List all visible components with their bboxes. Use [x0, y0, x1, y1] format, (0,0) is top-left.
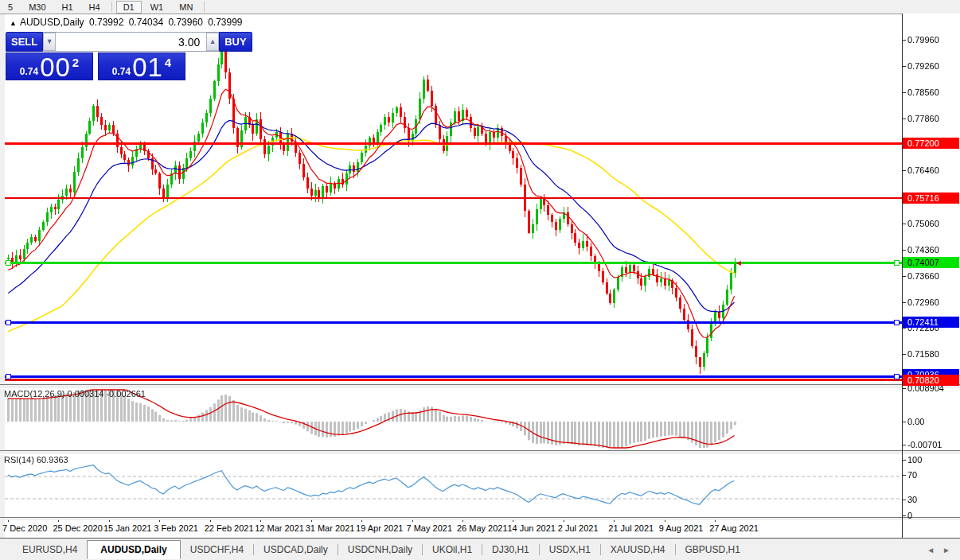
axis-tick — [902, 475, 906, 476]
axis-tick — [902, 92, 906, 93]
axis-tick — [902, 250, 906, 251]
line-handle[interactable] — [6, 374, 11, 379]
price-axis-label: 0.71580 — [907, 349, 939, 360]
date-label: 14 Jun 2021 — [507, 523, 556, 533]
price-axis-label: 0.74360 — [907, 245, 939, 255]
volume-increase-button[interactable]: ▲ — [206, 33, 219, 51]
sell-button[interactable]: SELL — [6, 32, 43, 52]
horizontal-line-0.75716[interactable] — [5, 197, 902, 199]
date-label: 26 May 2021 — [457, 523, 508, 533]
timeframe-button-d1[interactable]: D1 — [116, 1, 142, 14]
one-click-trading-panel: SELL ▼ ▲ BUY 0.74002 0.74014 — [6, 32, 185, 80]
horizontal-line-0.74007[interactable] — [5, 262, 902, 264]
pane-splitter[interactable] — [0, 384, 960, 389]
macd-name: MACD(12,26,9) — [4, 389, 64, 399]
chart-tab-usdx[interactable]: USDX,H1 — [540, 540, 600, 559]
macd-main-value: 0.000314 — [67, 389, 103, 399]
axis-tick — [902, 66, 906, 67]
rsi-indicator-pane — [5, 453, 902, 517]
price-tag-0.75716: 0.75716 — [903, 192, 959, 204]
axis-tick — [902, 445, 906, 445]
line-handle[interactable] — [894, 260, 900, 266]
pane-splitter — [0, 517, 960, 520]
timeframe-button-5[interactable]: 5 — [1, 1, 20, 14]
price-axis-label: 0.78560 — [907, 88, 939, 98]
rsi-name: RSI(14) — [4, 455, 34, 465]
line-handle[interactable] — [6, 320, 11, 325]
chart-tab-audusd[interactable]: AUDUSD,Daily — [87, 540, 180, 559]
tab-scroll-left-icon[interactable]: ◄ — [927, 546, 935, 554]
axis-tick — [902, 302, 906, 303]
rsi-label: RSI(14) 60.9363 — [4, 455, 68, 465]
timeframe-button-m30[interactable]: M30 — [21, 1, 53, 14]
date-label: 3 Feb 2021 — [154, 523, 198, 533]
line-handle[interactable] — [894, 320, 900, 325]
axis-tick — [902, 388, 906, 389]
line-handle[interactable] — [894, 374, 900, 379]
chart-tab-gbpusd[interactable]: GBPUSD,H1 — [676, 540, 750, 559]
price-axis-label: 0.72960 — [907, 298, 939, 308]
chart-tab-usdcnh[interactable]: USDCNH,Daily — [338, 540, 422, 559]
chart-tab-usdchf[interactable]: USDCHF,H4 — [181, 540, 253, 559]
macd-axis-label: -0.00701 — [907, 440, 942, 450]
pane-splitter[interactable] — [0, 450, 960, 455]
rsi-value: 60.9363 — [37, 455, 68, 465]
rsi-canvas[interactable] — [5, 453, 902, 517]
date-label: 22 Feb 2021 — [205, 523, 254, 533]
price-tag-0.74007: 0.74007 — [903, 257, 959, 268]
chart-tab-ukoil[interactable]: UKOil,H1 — [423, 540, 482, 559]
horizontal-line-0.72411[interactable] — [5, 321, 902, 324]
chart-tab-dj30[interactable]: DJ30,H1 — [482, 540, 539, 559]
symbol-name: AUDUSD,Daily — [20, 17, 84, 28]
symbol-arrow-icon: ▲ — [10, 19, 17, 27]
buy-button[interactable]: BUY — [219, 32, 252, 52]
price-axis-label: 0.76460 — [907, 165, 939, 176]
horizontal-line-0.70820[interactable] — [5, 379, 902, 381]
sell-price-display[interactable]: 0.74002 — [6, 52, 93, 80]
price-axis-label: 0.75060 — [907, 219, 939, 229]
tab-scroll-right-icon[interactable]: ► — [942, 546, 950, 554]
date-axis: 7 Dec 202025 Dec 202015 Jan 20213 Feb 20… — [5, 519, 902, 538]
timeframe-button-h4[interactable]: H4 — [82, 1, 107, 14]
date-label: 9 Aug 2021 — [659, 523, 704, 533]
chart-tab-usdcad[interactable]: USDCAD,Daily — [254, 540, 338, 559]
down-arrow-icon: ▼ — [46, 37, 53, 45]
date-label: 19 Apr 2021 — [356, 523, 403, 533]
chart-tab-xauusd[interactable]: XAUUSD,H4 — [601, 540, 675, 559]
macd-label: MACD(12,26,9) 0.000314 -0.002661 — [4, 389, 146, 399]
horizontal-line-0.70936[interactable] — [5, 375, 902, 378]
date-label: 7 Dec 2020 — [2, 523, 47, 533]
chart-tab-eurusd[interactable]: EURUSD,H4 — [13, 540, 87, 559]
price-tag-0.72411: 0.72411 — [903, 317, 959, 328]
rsi-axis-label: 30 — [907, 495, 917, 505]
rsi-axis-label: 0 — [907, 511, 912, 521]
price-axis-label: 0.79260 — [907, 61, 939, 72]
chart-tab-bar: EURUSD,H4AUDUSD,DailyUSDCHF,H4USDCAD,Dai… — [0, 539, 960, 560]
ohlc-close: 0.73999 — [208, 17, 242, 28]
axis-tick — [902, 460, 906, 461]
price-axis-label: 0.79960 — [907, 35, 939, 45]
rsi-axis-label: 100 — [907, 455, 922, 465]
chart-title: ▲AUDUSD,Daily 0.73992 0.74034 0.73960 0.… — [10, 17, 245, 28]
date-label: 2 Jul 2021 — [558, 523, 599, 533]
volume-input[interactable] — [56, 33, 206, 51]
date-label: 21 Jul 2021 — [608, 523, 654, 533]
up-arrow-icon: ▲ — [209, 37, 217, 45]
ohlc-low: 0.73960 — [168, 17, 202, 28]
volume-decrease-button[interactable]: ▼ — [43, 33, 56, 51]
tabs: EURUSD,H4AUDUSD,DailyUSDCHF,H4USDCAD,Dai… — [13, 539, 750, 560]
axis-tick — [902, 276, 906, 277]
timeframe-button-h1[interactable]: H1 — [55, 1, 80, 14]
timeframe-button-w1[interactable]: W1 — [143, 1, 171, 14]
axis-tick — [902, 328, 906, 329]
timeframe-toolbar: 5M30H1H4D1W1MN — [0, 0, 960, 14]
rsi-axis-label: 70 — [907, 470, 917, 480]
sell-price-pip: 2 — [72, 56, 79, 69]
date-label: 15 Jan 2021 — [103, 523, 152, 533]
horizontal-line-0.77200[interactable] — [5, 142, 902, 145]
line-handle[interactable] — [6, 260, 11, 266]
timeframe-button-mn[interactable]: MN — [172, 1, 200, 14]
buy-price-display[interactable]: 0.74014 — [98, 52, 185, 80]
axis-tick — [902, 354, 906, 355]
toolbar-separator — [204, 2, 205, 12]
